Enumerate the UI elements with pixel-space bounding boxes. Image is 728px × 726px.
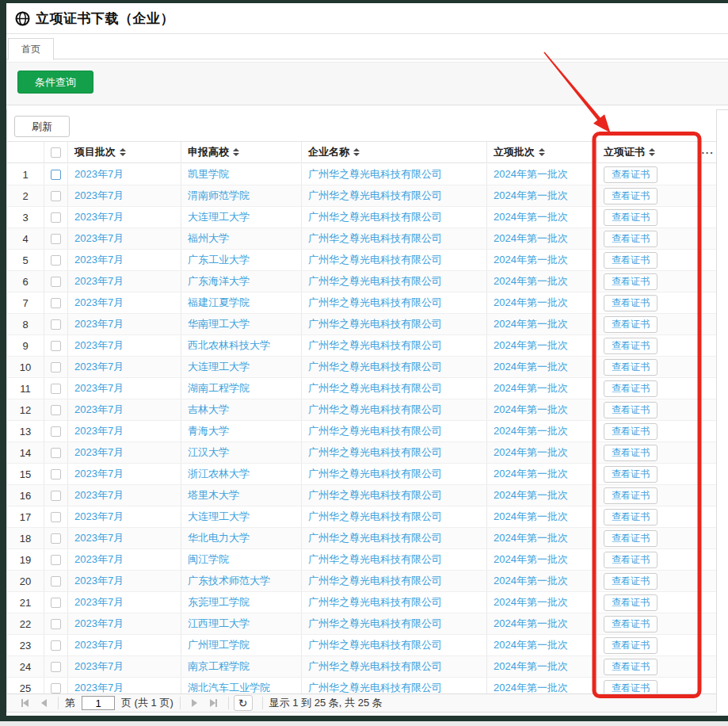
header-project-batch[interactable]: 项目批次 bbox=[68, 142, 181, 162]
row-checkbox[interactable] bbox=[51, 576, 61, 587]
row-checkbox[interactable] bbox=[51, 384, 61, 394]
view-certificate-button[interactable]: 查看证书 bbox=[604, 295, 657, 311]
view-certificate-button[interactable]: 查看证书 bbox=[604, 509, 657, 525]
sort-icon[interactable] bbox=[649, 148, 655, 156]
view-certificate-button[interactable]: 查看证书 bbox=[604, 380, 657, 397]
view-certificate-button[interactable]: 查看证书 bbox=[604, 487, 657, 504]
cell-university: 广东工业大学 bbox=[181, 250, 302, 270]
row-checkbox[interactable] bbox=[51, 170, 61, 180]
row-checkbox[interactable] bbox=[51, 555, 61, 565]
first-page-button[interactable] bbox=[15, 696, 34, 710]
view-certificate-button[interactable]: 查看证书 bbox=[604, 359, 657, 376]
row-checkbox[interactable] bbox=[51, 619, 61, 629]
row-checkbox[interactable] bbox=[51, 448, 61, 458]
header-approval-batch[interactable]: 立项批次 bbox=[487, 142, 597, 162]
row-checkbox-cell bbox=[44, 528, 68, 548]
sort-icon[interactable] bbox=[233, 148, 239, 156]
cell-approval-batch: 2024年第一批次 bbox=[487, 528, 597, 548]
row-checkbox-cell bbox=[44, 506, 68, 527]
page-number-input[interactable] bbox=[82, 696, 115, 710]
row-checkbox-cell bbox=[44, 592, 68, 613]
page-suffix-label: 页 (共 1 页) bbox=[121, 696, 173, 710]
view-certificate-button[interactable]: 查看证书 bbox=[604, 466, 657, 483]
refresh-icon: ↻ bbox=[238, 697, 248, 709]
row-checkbox[interactable] bbox=[51, 598, 61, 608]
row-checkbox[interactable] bbox=[51, 319, 61, 330]
row-checkbox-cell bbox=[44, 464, 68, 484]
view-certificate-button[interactable]: 查看证书 bbox=[604, 616, 657, 632]
table-row: 1 2023年7月 凯里学院 广州华之尊光电科技有限公司 2024年第一批次 查… bbox=[7, 164, 716, 185]
row-checkbox[interactable] bbox=[51, 362, 61, 373]
view-certificate-button[interactable]: 查看证书 bbox=[604, 552, 657, 568]
row-checkbox[interactable] bbox=[51, 640, 61, 651]
pagination-summary: 显示 1 到 25 条, 共 25 条 bbox=[269, 696, 383, 710]
row-checkbox[interactable] bbox=[51, 662, 61, 672]
table-panel: 刷新 项目批次 申报高校 企业名称 立项批次 立项证书 ··· bbox=[6, 109, 717, 713]
view-certificate-button[interactable]: 查看证书 bbox=[604, 530, 657, 547]
pager-refresh-button[interactable]: ↻ bbox=[234, 695, 253, 711]
view-certificate-button[interactable]: 查看证书 bbox=[604, 402, 657, 418]
view-certificate-button[interactable]: 查看证书 bbox=[604, 573, 657, 590]
view-certificate-button[interactable]: 查看证书 bbox=[604, 338, 657, 354]
row-checkbox[interactable] bbox=[51, 491, 61, 501]
table-row: 5 2023年7月 广东工业大学 广州华之尊光电科技有限公司 2024年第一批次… bbox=[7, 250, 716, 271]
row-checkbox[interactable] bbox=[51, 405, 61, 415]
table-body: 1 2023年7月 凯里学院 广州华之尊光电科技有限公司 2024年第一批次 查… bbox=[7, 164, 716, 694]
view-certificate-button[interactable]: 查看证书 bbox=[604, 637, 657, 654]
window-frame-left bbox=[0, 0, 6, 720]
row-checkbox[interactable] bbox=[51, 469, 61, 480]
select-all-checkbox[interactable] bbox=[51, 147, 61, 158]
cell-ellipsis-spacer bbox=[699, 185, 716, 206]
next-page-button[interactable] bbox=[185, 696, 204, 710]
header-university[interactable]: 申报高校 bbox=[181, 142, 302, 162]
row-checkbox[interactable] bbox=[51, 234, 61, 244]
row-checkbox[interactable] bbox=[51, 683, 61, 694]
view-certificate-button[interactable]: 查看证书 bbox=[604, 209, 657, 226]
sort-icon[interactable] bbox=[353, 148, 360, 156]
ellipsis-icon[interactable]: ··· bbox=[702, 147, 715, 159]
row-checkbox[interactable] bbox=[51, 277, 61, 287]
row-checkbox[interactable] bbox=[51, 426, 61, 437]
tab-home[interactable]: 首页 bbox=[8, 38, 54, 60]
row-checkbox-cell bbox=[44, 613, 68, 634]
row-checkbox[interactable] bbox=[51, 212, 61, 223]
prev-page-button[interactable] bbox=[34, 696, 53, 710]
condition-query-button[interactable]: 条件查询 bbox=[17, 71, 93, 94]
cell-ellipsis-spacer bbox=[699, 164, 716, 185]
refresh-button[interactable]: 刷新 bbox=[14, 116, 70, 137]
view-certificate-button[interactable]: 查看证书 bbox=[604, 252, 657, 269]
cell-company: 广州华之尊光电科技有限公司 bbox=[302, 207, 487, 227]
cell-ellipsis-spacer bbox=[699, 421, 716, 441]
header-column-chooser[interactable]: ··· bbox=[699, 142, 716, 162]
row-checkbox-cell bbox=[44, 164, 68, 185]
view-certificate-button[interactable]: 查看证书 bbox=[604, 316, 657, 333]
row-checkbox[interactable] bbox=[51, 512, 61, 522]
view-certificate-button[interactable]: 查看证书 bbox=[604, 273, 657, 290]
cell-company: 广州华之尊光电科技有限公司 bbox=[302, 314, 487, 334]
view-certificate-button[interactable]: 查看证书 bbox=[604, 594, 657, 611]
sort-icon[interactable] bbox=[120, 148, 126, 156]
row-number: 14 bbox=[7, 442, 44, 463]
header-certificate[interactable]: 立项证书 bbox=[597, 142, 699, 162]
row-checkbox[interactable] bbox=[51, 341, 61, 351]
last-page-button[interactable] bbox=[204, 696, 223, 710]
table-row: 4 2023年7月 福州大学 广州华之尊光电科技有限公司 2024年第一批次 查… bbox=[7, 228, 716, 250]
row-checkbox[interactable] bbox=[51, 298, 61, 308]
view-certificate-button[interactable]: 查看证书 bbox=[604, 445, 657, 461]
sort-icon[interactable] bbox=[539, 148, 545, 156]
row-number: 22 bbox=[7, 613, 44, 634]
view-certificate-button[interactable]: 查看证书 bbox=[604, 680, 657, 694]
cell-approval-batch: 2024年第一批次 bbox=[487, 250, 597, 270]
cell-certificate: 查看证书 bbox=[597, 485, 699, 506]
view-certificate-button[interactable]: 查看证书 bbox=[604, 423, 657, 440]
view-certificate-button[interactable]: 查看证书 bbox=[604, 188, 657, 204]
view-certificate-button[interactable]: 查看证书 bbox=[604, 166, 657, 183]
view-certificate-button[interactable]: 查看证书 bbox=[604, 231, 657, 247]
row-checkbox[interactable] bbox=[51, 191, 61, 201]
cell-certificate: 查看证书 bbox=[597, 378, 699, 399]
cell-ellipsis-spacer bbox=[699, 656, 716, 677]
view-certificate-button[interactable]: 查看证书 bbox=[604, 659, 657, 675]
row-checkbox[interactable] bbox=[51, 255, 61, 266]
row-checkbox[interactable] bbox=[51, 533, 61, 544]
header-company[interactable]: 企业名称 bbox=[302, 142, 487, 162]
